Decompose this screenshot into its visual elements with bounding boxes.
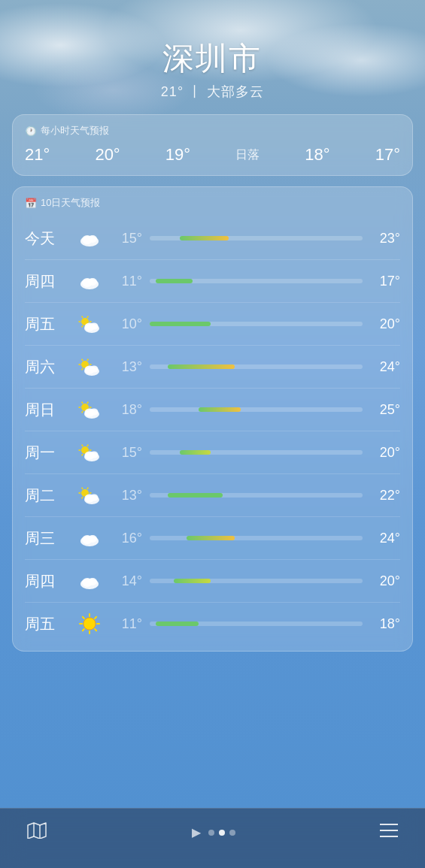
temp-bar-container (150, 364, 363, 369)
temp-bar (180, 236, 229, 240)
high-temp: 20° (370, 573, 400, 589)
hourly-temp: 21° (25, 145, 50, 165)
day-label: 周四 (25, 271, 76, 292)
temp-bar (168, 364, 235, 369)
temp-bar-container (150, 236, 363, 240)
svg-line-22 (87, 359, 88, 360)
svg-point-15 (90, 323, 99, 330)
temp-bar-container (150, 579, 363, 583)
temp-bar-container (150, 622, 363, 626)
nav-center: ▶ (192, 825, 235, 839)
forecast-row: 周五 11° 18° (25, 603, 400, 645)
temp-bar (199, 407, 241, 412)
high-temp: 24° (370, 359, 400, 375)
weather-icon (76, 567, 103, 594)
svg-point-45 (90, 452, 99, 458)
svg-line-41 (82, 445, 83, 446)
svg-line-51 (82, 488, 83, 488)
temp-bar-container (150, 450, 363, 455)
forecast-row: 周三 16° 24° (25, 517, 400, 560)
main-content: 深圳市 21° 丨 大部多云 🕐 每小时天气预报 21°20°19°日落18°1… (0, 0, 425, 712)
hourly-temp: 20° (95, 145, 120, 165)
svg-line-32 (87, 402, 88, 403)
svg-line-64 (95, 629, 96, 631)
svg-line-11 (82, 316, 83, 317)
tenday-card: 📅 10日天气预报 今天 15° 23° 周四 11° 17° 周五 (12, 186, 413, 652)
temp-bar (187, 536, 235, 540)
svg-line-12 (87, 316, 88, 317)
hourly-row: 21°20°19°日落18°17° (25, 145, 400, 165)
day-label: 周六 (25, 357, 76, 377)
svg-line-31 (82, 402, 83, 403)
svg-point-35 (90, 409, 99, 416)
temp-bar (156, 279, 193, 283)
bottom-nav: ▶ (0, 808, 425, 868)
day-label: 周四 (25, 571, 76, 591)
svg-point-58 (88, 535, 97, 543)
day-label: 周三 (25, 528, 76, 549)
list-button[interactable] (380, 823, 398, 842)
hourly-item: 日落 (235, 147, 260, 163)
weather-icon (76, 610, 103, 637)
svg-point-2 (88, 235, 97, 243)
forecast-row: 周四 14° 20° (25, 560, 400, 603)
weather-icon (76, 225, 103, 252)
svg-line-42 (87, 445, 88, 446)
hourly-temp: 17° (375, 145, 400, 165)
weather-icon (76, 310, 103, 337)
temp-bar (150, 322, 211, 326)
high-temp: 23° (370, 231, 400, 246)
low-temp: 13° (106, 488, 142, 504)
low-temp: 15° (106, 445, 142, 461)
forecast-row: 周六 13° 24° (25, 346, 400, 389)
low-temp: 11° (106, 274, 142, 289)
temp-bar (168, 493, 223, 498)
svg-line-39 (82, 455, 83, 455)
svg-point-25 (90, 366, 99, 373)
weather-icon (76, 439, 103, 466)
low-temp: 13° (106, 359, 142, 375)
weather-icon (76, 353, 103, 380)
current-description: 大部多云 (207, 84, 264, 99)
high-temp: 24° (370, 531, 400, 546)
svg-point-55 (90, 494, 99, 501)
low-temp: 11° (106, 616, 142, 632)
hourly-title: 🕐 每小时天气预报 (25, 124, 400, 138)
location-arrow-icon: ▶ (192, 825, 201, 839)
high-temp: 25° (370, 402, 400, 418)
forecast-row: 今天 15° 23° (25, 217, 400, 260)
forecast-row: 周二 13° 22° (25, 474, 400, 517)
temp-bar-container (150, 536, 363, 540)
forecast-row: 周五 10° 20° (25, 303, 400, 346)
low-temp: 18° (106, 402, 142, 418)
day-label: 周五 (25, 314, 76, 334)
high-temp: 22° (370, 488, 400, 504)
svg-line-29 (82, 412, 83, 413)
weather-icon (76, 482, 103, 509)
city-temp-desc: 21° 丨 大部多云 (161, 83, 264, 101)
high-temp: 18° (370, 616, 400, 632)
high-temp: 20° (370, 445, 400, 461)
svg-line-68 (83, 617, 84, 618)
low-temp: 14° (106, 573, 142, 589)
nav-dot-1 (208, 830, 214, 836)
high-temp: 17° (370, 274, 400, 289)
svg-point-62 (83, 618, 96, 630)
svg-point-61 (88, 578, 97, 585)
low-temp: 10° (106, 316, 142, 332)
separator: 丨 (188, 84, 202, 99)
forecast-row: 周一 15° 20° (25, 431, 400, 474)
high-temp: 20° (370, 316, 400, 332)
svg-point-5 (88, 278, 97, 286)
map-button[interactable] (27, 822, 47, 843)
hourly-temp: 18° (305, 145, 329, 165)
svg-line-49 (82, 498, 83, 498)
temp-bar (180, 450, 210, 455)
hourly-item: 21° (25, 145, 50, 165)
nav-dot-3 (229, 830, 235, 836)
hourly-item: 18° (305, 145, 329, 165)
clock-icon: 🕐 (25, 126, 37, 137)
day-label: 周日 (25, 400, 76, 420)
day-label: 周一 (25, 443, 76, 463)
hourly-temp: 日落 (235, 147, 260, 163)
